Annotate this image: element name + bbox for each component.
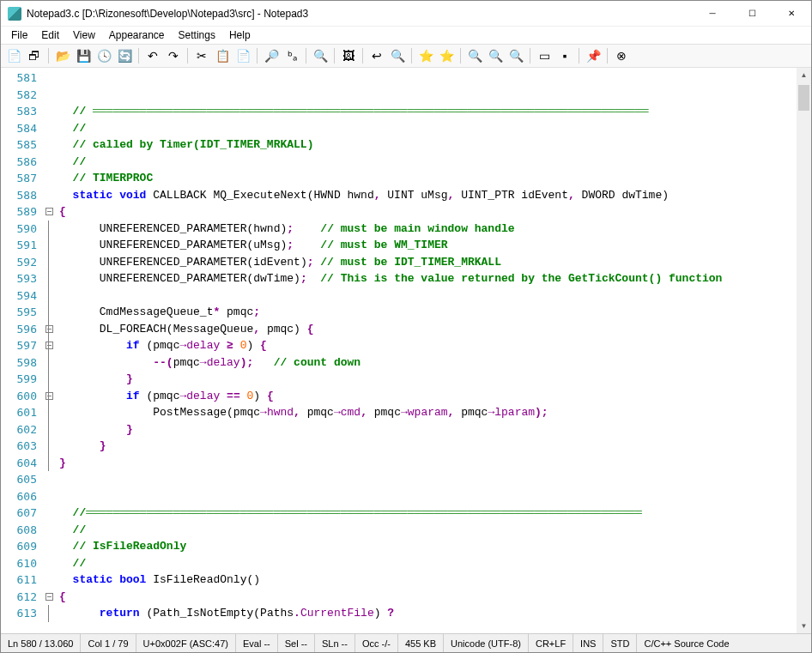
line-number[interactable]: 591	[1, 237, 37, 254]
reload-icon[interactable]: 🔄	[115, 46, 134, 65]
menu-edit[interactable]: Edit	[34, 27, 66, 43]
line-number[interactable]: 609	[1, 538, 37, 555]
find-icon[interactable]: 🔎	[262, 46, 281, 65]
menu-view[interactable]: View	[66, 27, 102, 43]
code-line[interactable]: //	[59, 522, 797, 539]
fold-marker[interactable]	[42, 254, 56, 271]
line-number[interactable]: 598	[1, 354, 37, 372]
fold-marker[interactable]	[42, 270, 56, 287]
line-gutter[interactable]: 5815825835845855865875885895905915925935…	[1, 68, 42, 633]
bookmark-add-icon[interactable]: ⭐	[437, 46, 456, 65]
fold-marker[interactable]	[42, 237, 56, 254]
paste-icon[interactable]: 📄	[233, 46, 252, 65]
code-line[interactable]: UNREFERENCED_PARAMETER(dwTime); // This …	[59, 270, 797, 287]
fold-marker[interactable]	[42, 170, 56, 187]
code-line[interactable]: // called by Timer(IDT_TIMER_MRKALL)	[59, 136, 797, 154]
code-line[interactable]: // ═════════════════════════════════════…	[59, 103, 797, 120]
code-line[interactable]: CmdMessageQueue_t* pmqc;	[59, 304, 797, 321]
line-number[interactable]: 605	[1, 471, 37, 488]
code-line[interactable]	[59, 70, 797, 87]
line-number[interactable]: 595	[1, 304, 37, 321]
code-line[interactable]: //	[59, 154, 797, 171]
new-file-icon[interactable]: 📄	[4, 46, 23, 65]
fold-marker[interactable]	[42, 388, 56, 405]
scrollbar-thumb[interactable]	[798, 85, 809, 111]
status-cell-6[interactable]: Occ -/-	[355, 634, 398, 652]
code-line[interactable]	[59, 488, 797, 505]
code-line[interactable]: //	[59, 555, 797, 572]
code-line[interactable]: // IsFileReadOnly	[59, 538, 797, 555]
line-number[interactable]: 601	[1, 404, 37, 421]
zoom-in-icon[interactable]: 🔍	[388, 46, 407, 65]
line-number[interactable]: 612	[1, 589, 37, 606]
fold-marker[interactable]	[42, 438, 56, 455]
redo-icon[interactable]: ↷	[164, 46, 183, 65]
close-file-icon[interactable]: ⊗	[612, 46, 631, 65]
new-window-icon[interactable]: 🗗	[25, 46, 44, 65]
line-number[interactable]: 603	[1, 438, 37, 455]
fold-marker[interactable]	[42, 455, 56, 472]
line-number[interactable]: 597	[1, 337, 37, 354]
bookmark-icon[interactable]: ⭐	[416, 46, 435, 65]
zoom-icon[interactable]: 🔍	[311, 46, 330, 65]
line-number[interactable]: 589	[1, 203, 37, 221]
code-area[interactable]: // ═════════════════════════════════════…	[56, 68, 797, 633]
undo-icon[interactable]: ↶	[143, 46, 162, 65]
fold-marker[interactable]	[42, 589, 56, 606]
status-cell-0[interactable]: Ln 580 / 13.060	[1, 634, 81, 652]
fold-column[interactable]	[42, 68, 56, 633]
line-number[interactable]: 584	[1, 120, 37, 137]
code-line[interactable]: DL_FOREACH(MessageQueue, pmqc) {	[59, 321, 797, 338]
line-number[interactable]: 587	[1, 170, 37, 187]
recent-icon[interactable]: 🕓	[94, 46, 113, 65]
save-icon[interactable]: 💾	[74, 46, 93, 65]
line-number[interactable]: 596	[1, 321, 37, 338]
fold-marker[interactable]	[42, 136, 56, 154]
fold-marker[interactable]	[42, 287, 56, 305]
code-line[interactable]: }	[59, 421, 797, 438]
line-number[interactable]: 607	[1, 505, 37, 522]
line-number[interactable]: 590	[1, 221, 37, 238]
fold-marker[interactable]	[42, 187, 56, 204]
vertical-scrollbar[interactable]: ▲ ▼	[797, 68, 811, 633]
line-number[interactable]: 602	[1, 421, 37, 438]
code-line[interactable]: PostMessage(pmqc→hwnd, pmqc→cmd, pmqc→wp…	[59, 404, 797, 421]
fold-marker[interactable]	[42, 304, 56, 321]
code-line[interactable]	[59, 287, 797, 305]
line-number[interactable]: 585	[1, 136, 37, 154]
find-prev3-icon[interactable]: 🔍	[465, 46, 484, 65]
code-line[interactable]: {	[59, 589, 797, 606]
code-line[interactable]: UNREFERENCED_PARAMETER(uMsg); // must be…	[59, 237, 797, 254]
line-number[interactable]: 594	[1, 287, 37, 305]
editor[interactable]: 5815825835845855865875885895905915925935…	[1, 68, 811, 633]
line-number[interactable]: 588	[1, 187, 37, 204]
line-number[interactable]: 608	[1, 522, 37, 539]
line-number[interactable]: 613	[1, 605, 37, 622]
line-number[interactable]: 581	[1, 70, 37, 87]
status-cell-4[interactable]: Sel --	[278, 634, 315, 652]
code-line[interactable]: return (Path_IsNotEmpty(Paths.CurrentFil…	[59, 605, 797, 622]
fold-marker[interactable]	[42, 605, 56, 622]
pin-icon[interactable]: 📌	[584, 46, 603, 65]
scroll-up-icon[interactable]: ▲	[797, 68, 811, 82]
fold-marker[interactable]	[42, 488, 56, 505]
fold-marker[interactable]	[42, 505, 56, 522]
fold-marker[interactable]	[42, 421, 56, 438]
fold-marker[interactable]	[42, 120, 56, 137]
fold-marker[interactable]	[42, 203, 56, 221]
fold-marker[interactable]	[42, 571, 56, 589]
fold-marker[interactable]	[42, 471, 56, 488]
scheme-icon[interactable]: 🖼	[339, 46, 358, 65]
line-number[interactable]: 593	[1, 270, 37, 287]
line-number[interactable]: 592	[1, 254, 37, 271]
status-cell-3[interactable]: Eval --	[236, 634, 278, 652]
copy-icon[interactable]: 📋	[213, 46, 232, 65]
find-next3-icon[interactable]: 🔍	[506, 46, 525, 65]
maximize-button[interactable]: ☐	[732, 1, 772, 27]
menu-appearance[interactable]: Appearance	[102, 27, 172, 43]
status-cell-7[interactable]: 455 KB	[398, 634, 444, 652]
wordwrap-icon[interactable]: ↩	[367, 46, 386, 65]
code-line[interactable]: if (pmqc→delay == 0) {	[59, 388, 797, 405]
find-highlight-icon[interactable]: 🔍	[486, 46, 505, 65]
line-number[interactable]: 611	[1, 571, 37, 589]
